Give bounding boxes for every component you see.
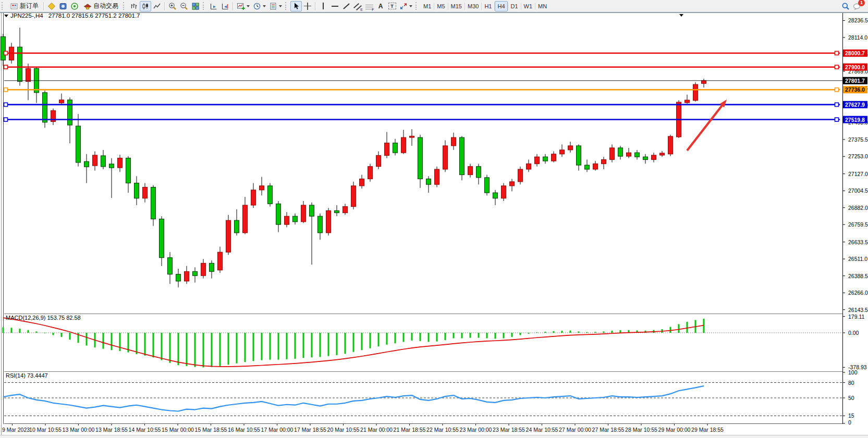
candle bbox=[660, 153, 665, 155]
line-handle[interactable] bbox=[835, 118, 839, 121]
auto-scroll-button[interactable] bbox=[208, 1, 219, 11]
line-handle[interactable] bbox=[835, 103, 839, 106]
auto-trading-button[interactable]: 自动交易 bbox=[80, 1, 121, 11]
line-handle[interactable] bbox=[835, 88, 839, 92]
code-editor-button[interactable] bbox=[57, 1, 69, 11]
templates-button[interactable] bbox=[267, 1, 284, 11]
line-handle[interactable] bbox=[4, 65, 8, 69]
candle bbox=[310, 205, 314, 216]
line-chart-type-button[interactable] bbox=[151, 1, 163, 11]
candle bbox=[527, 164, 531, 169]
time-tick-label: 13 Mar 00:00 bbox=[63, 427, 95, 433]
chart-shift-button[interactable] bbox=[219, 1, 231, 11]
bar-chart-type-button[interactable] bbox=[128, 1, 140, 11]
candle bbox=[485, 178, 490, 193]
candle bbox=[385, 143, 389, 156]
new-order-button[interactable]: 新订单 bbox=[7, 1, 42, 11]
toolbar-grip[interactable] bbox=[203, 2, 206, 10]
crosshair-tool-button[interactable] bbox=[302, 1, 313, 11]
zoom-out-button[interactable] bbox=[178, 1, 190, 11]
tf-button-h4[interactable]: H4 bbox=[495, 1, 507, 11]
line-handle[interactable] bbox=[4, 103, 8, 106]
arrows-tool-button[interactable] bbox=[398, 1, 414, 11]
candle bbox=[468, 167, 473, 175]
tf-button-mn[interactable]: MN bbox=[535, 1, 549, 11]
price-tick-label: 26633.5 bbox=[848, 239, 868, 245]
price-tick-label: 27127.0 bbox=[848, 171, 868, 177]
trendline-icon bbox=[343, 3, 349, 9]
clock-icon bbox=[253, 2, 261, 10]
signal-service-button[interactable] bbox=[69, 1, 80, 11]
candle bbox=[435, 169, 439, 184]
time-tick-label: 14 Mar 10:55 bbox=[129, 427, 161, 433]
auto-scroll-icon bbox=[210, 2, 218, 10]
candle bbox=[460, 137, 464, 175]
toolbar-grip[interactable] bbox=[415, 2, 419, 10]
price-tick-label: 27375.5 bbox=[848, 136, 868, 143]
periods-button[interactable] bbox=[251, 1, 267, 11]
line-handle[interactable] bbox=[4, 88, 8, 92]
candle bbox=[418, 137, 423, 179]
zoom-in-icon bbox=[168, 2, 177, 10]
cursor-tool-button[interactable] bbox=[290, 1, 302, 11]
line-handle[interactable] bbox=[4, 52, 8, 55]
tf-button-m30[interactable]: M30 bbox=[465, 1, 481, 11]
chart-shift-icon bbox=[221, 2, 229, 10]
candle bbox=[652, 155, 656, 159]
candle bbox=[343, 207, 348, 213]
metaeditor-button[interactable] bbox=[46, 1, 57, 11]
tf-button-h1[interactable]: H1 bbox=[482, 1, 494, 11]
text-tool-button[interactable]: A bbox=[375, 1, 386, 11]
tf-button-d1[interactable]: D1 bbox=[508, 1, 521, 11]
zoom-in-button[interactable] bbox=[167, 1, 178, 11]
line-handle[interactable] bbox=[4, 118, 8, 121]
text-label-tool-button[interactable]: T bbox=[386, 1, 398, 11]
candle bbox=[693, 84, 698, 101]
timeframe-group: M1M5M15M30H1H4D1W1MN bbox=[421, 1, 549, 11]
candle bbox=[143, 187, 148, 198]
equidistant-channel-tool-button[interactable]: E bbox=[352, 1, 363, 11]
toolbar-grip[interactable] bbox=[285, 2, 288, 10]
tile-windows-button[interactable] bbox=[190, 1, 201, 11]
line-handle[interactable] bbox=[835, 52, 839, 55]
editor-icon bbox=[59, 2, 67, 10]
tf-button-m15[interactable]: M15 bbox=[448, 1, 464, 11]
macd-tick-label: 0.00 bbox=[848, 330, 859, 336]
trendline-tool-button[interactable] bbox=[340, 1, 352, 11]
time-tick-label: 10 Mar 10:55 bbox=[29, 427, 62, 433]
notifications-button[interactable]: 1 bbox=[851, 1, 863, 11]
candle bbox=[351, 186, 356, 207]
tf-button-w1[interactable]: W1 bbox=[521, 1, 535, 11]
tf-button-m5[interactable]: M5 bbox=[434, 1, 447, 11]
fibonacci-tool-button[interactable]: F bbox=[363, 1, 375, 11]
candle bbox=[193, 271, 198, 276]
candle bbox=[326, 211, 331, 233]
line-handle[interactable] bbox=[835, 65, 839, 69]
candle bbox=[43, 93, 47, 122]
candle bbox=[643, 157, 648, 159]
toolbar-grip[interactable] bbox=[123, 2, 126, 10]
search-button[interactable] bbox=[840, 1, 851, 11]
candle bbox=[109, 164, 114, 168]
price-tick-label: 26143.5 bbox=[848, 307, 868, 313]
candle bbox=[301, 205, 306, 222]
candle bbox=[702, 81, 706, 83]
candle bbox=[135, 183, 139, 198]
indicators-button[interactable] bbox=[235, 1, 251, 11]
candle bbox=[210, 263, 214, 271]
vertical-line-tool-button[interactable] bbox=[317, 1, 329, 11]
candle bbox=[510, 182, 515, 186]
toolbar-grip[interactable] bbox=[2, 2, 5, 10]
candle bbox=[176, 274, 181, 281]
candle bbox=[268, 186, 273, 204]
chart-canvas[interactable]: JPN225-,H427781.0 27815.6 27751.2 27801.… bbox=[0, 0, 868, 438]
line-chart-icon bbox=[153, 2, 161, 10]
tf-button-m1[interactable]: M1 bbox=[421, 1, 434, 11]
macd-tick-label: 179.11 bbox=[848, 314, 864, 320]
horizontal-line-tool-button[interactable] bbox=[329, 1, 340, 11]
candle bbox=[543, 157, 548, 161]
time-tick-label: 29 Mar 00:00 bbox=[658, 427, 691, 433]
candlestick-chart-type-button[interactable] bbox=[140, 1, 151, 11]
rsi-tick-label: 80 bbox=[848, 380, 854, 386]
candle bbox=[76, 126, 81, 162]
